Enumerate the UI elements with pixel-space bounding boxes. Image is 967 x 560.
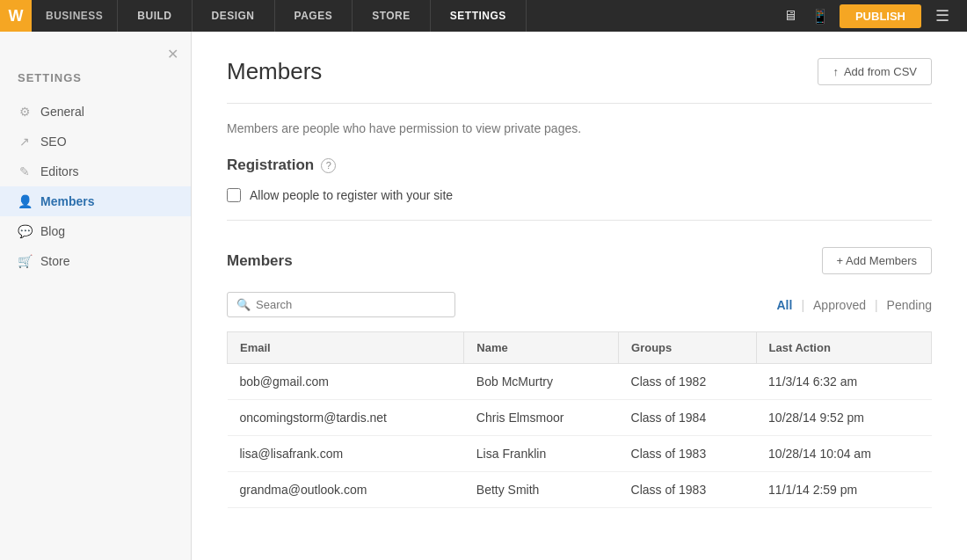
cell-email: bob@gmail.com <box>228 364 464 400</box>
filter-approved[interactable]: Approved <box>813 298 866 312</box>
sidebar-item-blog[interactable]: 💬 Blog <box>0 216 191 246</box>
search-input[interactable] <box>256 298 446 311</box>
seo-icon: ↗ <box>18 135 32 149</box>
members-section-title: Members <box>227 252 293 270</box>
main-content: Members ↑ Add from CSV Members are peopl… <box>192 32 967 560</box>
close-icon[interactable]: ✕ <box>167 46 178 62</box>
sidebar: ✕ SETTINGS ⚙ General ↗ SEO ✎ Editors 👤 M… <box>0 32 192 560</box>
cell-groups: Class of 1984 <box>619 400 757 436</box>
sidebar-item-editors[interactable]: ✎ Editors <box>0 156 191 186</box>
cell-last-action: 11/3/14 6:32 am <box>756 364 931 400</box>
sidebar-item-label: Blog <box>40 224 65 238</box>
cell-name: Bob McMurtry <box>464 364 619 400</box>
table-row[interactable]: lisa@lisafrank.com Lisa Franklin Class o… <box>228 436 932 472</box>
business-label: BUSINESS <box>32 10 117 22</box>
csv-button-label: Add from CSV <box>844 65 917 78</box>
sidebar-item-label: Store <box>40 254 69 268</box>
person-icon: 👤 <box>18 194 32 208</box>
cell-name: Chris Elmsmoor <box>464 400 619 436</box>
nav-build[interactable]: BUILD <box>117 0 192 32</box>
upload-icon: ↑ <box>832 65 839 78</box>
header-divider <box>227 103 932 104</box>
nav-settings[interactable]: SETTINGS <box>431 0 527 32</box>
app-logo[interactable]: W <box>0 0 32 32</box>
page-header: Members ↑ Add from CSV <box>227 58 932 85</box>
page-title: Members <box>227 58 322 85</box>
cell-groups: Class of 1982 <box>619 364 757 400</box>
nav-pages[interactable]: PAGES <box>275 0 353 32</box>
cell-last-action: 10/28/14 9:52 pm <box>756 400 931 436</box>
blog-icon: 💬 <box>18 224 32 238</box>
col-name: Name <box>464 332 619 364</box>
filter-all[interactable]: All <box>777 298 793 312</box>
nav-design[interactable]: DESIGN <box>193 0 275 32</box>
gear-icon: ⚙ <box>18 105 32 119</box>
cell-email: oncomingstorm@tardis.net <box>228 400 464 436</box>
add-members-button[interactable]: + Add Members <box>822 247 932 274</box>
search-icon: 🔍 <box>236 298 251 311</box>
cell-last-action: 10/28/14 10:04 am <box>756 436 931 472</box>
sidebar-item-label: SEO <box>40 135 67 149</box>
nav-right: 🖥 📱 PUBLISH ☰ <box>769 3 967 29</box>
registration-checkbox-row: Allow people to register with your site <box>227 188 932 221</box>
cell-email: grandma@outlook.com <box>228 472 464 508</box>
sidebar-item-general[interactable]: ⚙ General <box>0 97 191 127</box>
sidebar-close-area: ✕ <box>0 40 191 68</box>
publish-button[interactable]: PUBLISH <box>840 4 921 28</box>
members-section-header: Members + Add Members <box>227 247 932 274</box>
table-row[interactable]: oncomingstorm@tardis.net Chris Elmsmoor … <box>228 400 932 436</box>
table-row[interactable]: grandma@outlook.com Betty Smith Class of… <box>228 472 932 508</box>
search-box: 🔍 <box>227 292 455 317</box>
cell-groups: Class of 1983 <box>619 436 757 472</box>
pencil-icon: ✎ <box>18 164 32 178</box>
members-table: Email Name Groups Last Action bob@gmail.… <box>227 331 932 508</box>
desktop-icon[interactable]: 🖥 <box>780 4 801 27</box>
store-icon: 🛒 <box>18 254 32 268</box>
sidebar-item-members[interactable]: 👤 Members <box>0 186 191 216</box>
top-navigation: W BUSINESS BUILD DESIGN PAGES STORE SETT… <box>0 0 967 32</box>
registration-checkbox[interactable] <box>227 188 241 202</box>
cell-name: Lisa Franklin <box>464 436 619 472</box>
col-email: Email <box>228 332 464 364</box>
sidebar-item-label: General <box>40 105 84 119</box>
cell-groups: Class of 1983 <box>619 472 757 508</box>
sidebar-item-seo[interactable]: ↗ SEO <box>0 127 191 156</box>
help-icon[interactable]: ? <box>321 158 336 173</box>
filter-pending[interactable]: Pending <box>887 298 932 312</box>
registration-checkbox-label: Allow people to register with your site <box>250 188 453 202</box>
page-subtitle: Members are people who have permission t… <box>227 121 932 135</box>
nav-store[interactable]: STORE <box>353 0 431 32</box>
add-csv-button[interactable]: ↑ Add from CSV <box>818 58 932 85</box>
filter-sep-1: | <box>801 298 804 312</box>
sidebar-item-label: Editors <box>40 164 79 178</box>
cell-name: Betty Smith <box>464 472 619 508</box>
registration-header: Registration ? <box>227 156 932 174</box>
col-groups: Groups <box>619 332 757 364</box>
mobile-icon[interactable]: 📱 <box>808 4 832 28</box>
menu-icon[interactable]: ☰ <box>928 3 956 29</box>
sidebar-item-store[interactable]: 🛒 Store <box>0 246 191 276</box>
filter-sep-2: | <box>875 298 878 312</box>
main-layout: ✕ SETTINGS ⚙ General ↗ SEO ✎ Editors 👤 M… <box>0 32 967 560</box>
registration-title: Registration <box>227 156 314 174</box>
sidebar-title: SETTINGS <box>0 68 191 97</box>
nav-items: BUILD DESIGN PAGES STORE SETTINGS <box>117 0 769 32</box>
table-row[interactable]: bob@gmail.com Bob McMurtry Class of 1982… <box>228 364 932 400</box>
col-last-action: Last Action <box>756 332 931 364</box>
cell-email: lisa@lisafrank.com <box>228 436 464 472</box>
table-header-row: Email Name Groups Last Action <box>228 332 932 364</box>
sidebar-item-label: Members <box>40 194 94 208</box>
search-filter-row: 🔍 All | Approved | Pending <box>227 292 932 317</box>
filter-tabs: All | Approved | Pending <box>777 298 933 312</box>
cell-last-action: 11/1/14 2:59 pm <box>756 472 931 508</box>
